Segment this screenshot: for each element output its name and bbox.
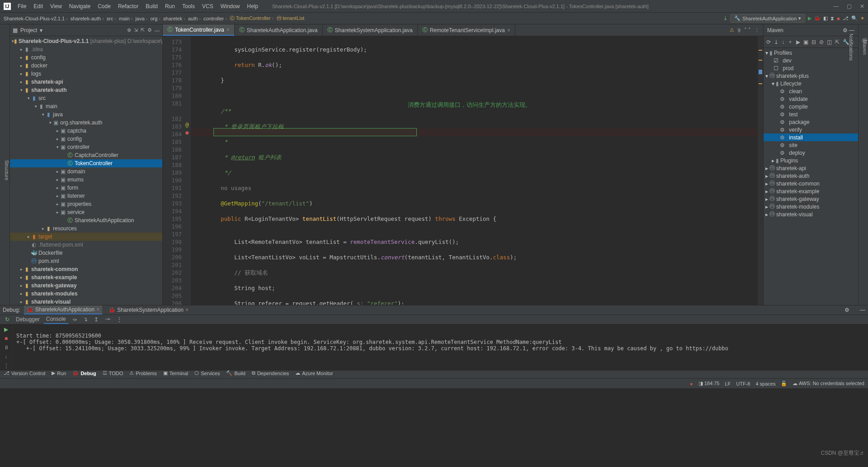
add-icon[interactable]: ＋ [788,38,793,46]
notifications-stripe[interactable]: Notifications [849,33,854,305]
menu-build[interactable]: Build [142,2,161,11]
ai-icon[interactable]: ✦ [860,15,864,21]
bc-class[interactable]: Ⓒ TokenController [230,15,275,22]
inspection-widget[interactable]: ⚠9 ˄ ˅ ⋮ [726,24,763,36]
scrollbar-marks[interactable] [758,36,763,305]
bc-method[interactable]: ⓜ tenantList [277,15,305,22]
debugger-tab[interactable]: Debugger [14,315,42,324]
menu-refactor[interactable]: Refactor [115,2,142,11]
code-area[interactable]: sysLoginService.register(registerBody); … [191,36,758,305]
collapse-icon[interactable]: ⇱ [141,27,145,33]
menu-tools[interactable]: Tools [179,2,198,11]
locate-icon[interactable]: ⊕ [127,27,131,33]
readonly-icon[interactable]: 🔓 [781,381,787,386]
expand-icon[interactable]: ⇲ [134,27,138,33]
menu-view[interactable]: View [47,2,65,11]
step-into-icon[interactable]: ↴ [81,315,90,324]
hide-icon[interactable]: — [860,307,865,313]
down-icon[interactable]: ↓ [5,353,8,360]
debug-icon[interactable]: 🐞 [814,15,821,21]
step-over-icon[interactable]: ⤼ [70,315,79,324]
exec-icon[interactable]: ▣ [803,39,808,45]
build-icon[interactable]: ⤓ [723,15,727,21]
more-icon[interactable]: ⋮ [755,27,760,33]
minimize-icon[interactable]: — [833,3,839,10]
debug-button[interactable]: 🐞 Debug [72,370,96,376]
close-icon[interactable]: × [185,307,189,313]
caret-position[interactable]: ◨ 184:75 [698,381,720,386]
menu-vcs[interactable]: VCS [199,2,217,11]
hide-icon[interactable]: — [155,28,160,33]
close-icon[interactable]: × [96,306,99,313]
close-icon[interactable]: × [226,27,230,33]
project-dropdown-icon[interactable]: ▾ [40,27,42,33]
build-button[interactable]: 🔨 Build [226,370,245,376]
encoding[interactable]: UTF-8 [736,381,750,386]
debug-tab-authapp[interactable]: 🐞 SharetekAuthApplication × [24,305,102,315]
problems-button[interactable]: ⚠ Problems [129,370,156,376]
code-editor[interactable]: 1731741751761771781791801811821831841851… [163,36,763,305]
stop-icon[interactable]: ■ [837,16,840,21]
console-tab[interactable]: Console [44,315,68,324]
stop-icon[interactable]: ■ [5,335,8,342]
reload-icon[interactable]: ⟳ [766,39,771,45]
download-icon[interactable]: ↓ [782,39,784,45]
debug-tab-sysapp[interactable]: 🐞 SharetekSystemApplication × [106,306,191,314]
bc-sharetek[interactable]: sharetek [163,16,187,21]
tab-sysapp[interactable]: ⒸSharetekSystemApplication.java [323,24,418,36]
graph-icon[interactable]: ◫ [827,39,832,45]
menu-code[interactable]: Code [94,2,114,11]
menu-run[interactable]: Run [162,2,178,11]
bc-src[interactable]: src [107,16,118,21]
azure-button[interactable]: ☁ Azure Monitor [295,370,333,376]
run-to-cursor-icon[interactable]: ⭲ [103,315,113,324]
aws-status[interactable]: ☁ AWS: No credentials selected [793,381,864,386]
search-icon[interactable]: 🔍 [851,15,858,21]
maximize-icon[interactable]: ▢ [847,3,852,10]
tab-tokencontroller[interactable]: ⒸTokenController.java× [163,24,235,36]
bc-module[interactable]: sharetek-auth [71,16,105,21]
run-config-dropdown[interactable]: 🔧 SharetekAuthApplication ▾ [730,14,805,23]
pause-icon[interactable]: ⏸ [4,344,9,351]
project-tree[interactable]: ▾▮Sharetek-Cloud-Plus-v2.1.1 [sharetek-p… [10,36,162,305]
hide-icon[interactable]: — [849,27,854,33]
skip-tests-icon[interactable]: ⊘ [819,39,824,45]
indent[interactable]: 4 spaces [755,381,775,386]
process-indicator[interactable]: ● [690,381,693,386]
maven-stripe[interactable]: ⓜ Maven [861,33,868,305]
profile-icon[interactable]: ⧗ [830,15,834,21]
close-icon[interactable]: ✕ [860,3,864,10]
bc-main[interactable]: main [119,16,134,21]
bc-org[interactable]: org [150,16,162,21]
bc-auth[interactable]: auth [188,16,202,21]
run-icon[interactable]: ▶ [796,39,800,45]
tab-authapp[interactable]: ⒸSharetekAuthApplication.java [235,24,323,36]
bc-controller[interactable]: controller [203,16,228,21]
gear-icon[interactable]: ⚙ [844,307,849,313]
bc-root[interactable]: Sharetek-Cloud-Plus-v2.1.1 [4,16,69,21]
close-icon[interactable]: × [507,27,510,33]
more-icon[interactable]: ⋮ [114,315,124,324]
menu-navigate[interactable]: Navigate [66,2,94,11]
tab-remoteimpl[interactable]: ⒸRemoteTenantServiceImpl.java× [418,24,515,36]
coverage-icon[interactable]: ◧ [823,15,828,21]
run-icon[interactable]: ▶ [808,15,811,21]
resume-icon[interactable]: ▶ [4,326,8,333]
menu-edit[interactable]: Edit [30,2,46,11]
toggle-icon[interactable]: ⊟ [811,39,816,45]
run-button[interactable]: ▶ Run [52,370,66,376]
git-icon[interactable]: ⎇ [843,15,849,21]
more-icon[interactable]: ⋮ [4,362,9,369]
rerun-icon[interactable]: ↻ [3,315,12,324]
menu-window[interactable]: Window [217,2,243,11]
line-separator[interactable]: LF [725,381,731,386]
collapse-icon[interactable]: ⇱ [835,39,840,45]
version-control-button[interactable]: ⎇ Version Control [4,370,45,376]
bc-java[interactable]: java [136,16,149,21]
dependencies-button[interactable]: ⧉ Dependencies [252,370,289,376]
step-out-icon[interactable]: ↥ [92,315,101,324]
todo-button[interactable]: ☲ TODO [103,370,123,376]
services-button[interactable]: ⬡ Services [194,370,220,376]
gear-icon[interactable]: ⚙ [147,27,152,33]
console-text[interactable]: Start time: 87509565219600 +-[ Offset: 0… [13,324,868,371]
